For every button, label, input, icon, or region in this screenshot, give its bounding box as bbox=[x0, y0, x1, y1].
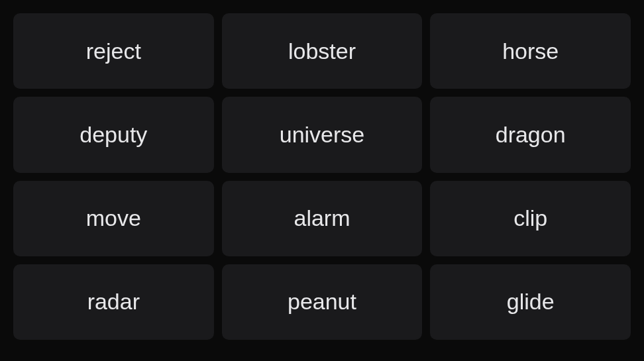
word-cell-deputy[interactable]: deputy bbox=[13, 97, 214, 172]
word-cell-reject[interactable]: reject bbox=[13, 13, 214, 89]
word-cell-clip[interactable]: clip bbox=[430, 181, 631, 256]
word-grid: reject lobster horse deputy universe dra… bbox=[0, 0, 644, 361]
word-label: deputy bbox=[80, 122, 147, 148]
word-cell-move[interactable]: move bbox=[13, 181, 214, 256]
word-label: move bbox=[86, 205, 141, 231]
word-cell-dragon[interactable]: dragon bbox=[430, 97, 631, 172]
word-label: dragon bbox=[496, 122, 566, 148]
word-cell-lobster[interactable]: lobster bbox=[222, 13, 423, 89]
word-label: clip bbox=[513, 205, 547, 231]
word-cell-glide[interactable]: glide bbox=[430, 264, 631, 340]
word-label: glide bbox=[507, 289, 555, 315]
word-cell-universe[interactable]: universe bbox=[222, 97, 423, 172]
word-cell-peanut[interactable]: peanut bbox=[222, 264, 423, 340]
word-label: reject bbox=[86, 38, 141, 64]
word-label: universe bbox=[280, 122, 365, 148]
word-cell-horse[interactable]: horse bbox=[430, 13, 631, 89]
word-label: peanut bbox=[288, 289, 356, 315]
word-label: radar bbox=[87, 289, 140, 315]
word-label: lobster bbox=[288, 38, 356, 64]
word-cell-alarm[interactable]: alarm bbox=[222, 181, 423, 256]
word-label: horse bbox=[502, 38, 559, 64]
word-label: alarm bbox=[294, 205, 350, 231]
word-cell-radar[interactable]: radar bbox=[13, 264, 214, 340]
